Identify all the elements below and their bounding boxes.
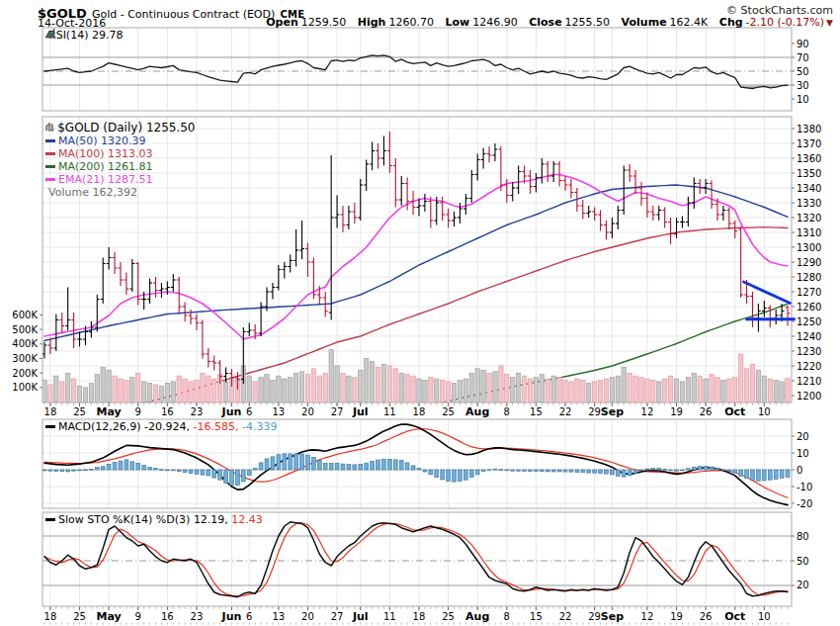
svg-text:27: 27 — [331, 611, 344, 622]
price-legend-overlay-ma50: MA(50) 1320.39 — [45, 134, 196, 147]
svg-text:1340: 1340 — [797, 183, 821, 194]
open-value: 1259.50 — [301, 16, 347, 29]
svg-text:19: 19 — [670, 406, 683, 417]
svg-text:9: 9 — [135, 611, 141, 622]
open-label: Open — [266, 16, 298, 29]
svg-text:500K: 500K — [12, 324, 38, 335]
svg-text:22: 22 — [559, 406, 572, 417]
svg-text:Aug: Aug — [465, 610, 489, 623]
svg-text:12: 12 — [641, 611, 654, 622]
svg-text:18: 18 — [413, 406, 426, 417]
svg-text:50: 50 — [797, 556, 809, 567]
svg-text:50: 50 — [797, 66, 809, 77]
svg-text:1220: 1220 — [797, 361, 821, 372]
price-legend-title-row: ⇅$GOLD (Daily) 1255.50 — [45, 122, 196, 134]
svg-text:May: May — [97, 405, 122, 418]
svg-text:1280: 1280 — [797, 272, 821, 283]
svg-text:1350: 1350 — [797, 168, 821, 179]
svg-text:1310: 1310 — [797, 227, 821, 238]
price-legend-overlay-ma200: MA(200) 1261.81 — [45, 160, 196, 173]
volume-axis-labels: 600K500K400K300K200K100K — [12, 310, 42, 393]
svg-text:20: 20 — [301, 406, 314, 417]
chg-label: Chg — [719, 16, 743, 29]
svg-text:1260: 1260 — [797, 302, 821, 313]
svg-text:6: 6 — [246, 406, 252, 417]
svg-text:9: 9 — [135, 406, 141, 417]
svg-text:Jun: Jun — [221, 610, 242, 623]
svg-text:6: 6 — [246, 611, 252, 622]
svg-text:1370: 1370 — [797, 138, 821, 149]
svg-text:20: 20 — [797, 580, 809, 590]
sto-legend-name: Slow STO %K(14) %D(3) — [58, 513, 190, 526]
svg-text:26: 26 — [700, 406, 713, 417]
svg-text:25: 25 — [73, 406, 86, 417]
sto-line-swatch-icon — [45, 518, 55, 521]
macd-signal-value: -16.585, — [190, 420, 238, 433]
svg-text:20: 20 — [301, 611, 314, 622]
svg-text:1210: 1210 — [797, 376, 821, 387]
svg-text:25: 25 — [73, 611, 86, 622]
svg-text:-10: -10 — [797, 482, 812, 492]
volume-legend-row: Volume 162,392 — [45, 186, 196, 199]
price-legend-overlay-ma100: MA(100) 1313.03 — [45, 147, 196, 160]
svg-text:80: 80 — [797, 531, 809, 542]
svg-text:May: May — [97, 610, 122, 623]
svg-text:1250: 1250 — [797, 316, 821, 327]
macd-legend: MACD(12,26,9) -20.924, -16.585, -4.339 — [45, 420, 277, 433]
svg-text:1360: 1360 — [797, 153, 821, 164]
svg-text:0: 0 — [797, 465, 802, 476]
svg-text:18: 18 — [44, 406, 57, 417]
rsi-legend: RSI(14) 29.78 — [45, 29, 123, 42]
svg-text:400K: 400K — [12, 338, 38, 349]
svg-text:Sep: Sep — [601, 610, 624, 623]
ma200-line-swatch-icon — [45, 165, 55, 168]
svg-text:27: 27 — [331, 406, 344, 417]
macd-value: -20.924, — [144, 420, 190, 433]
chg-value: -2.10 (-0.17%) — [746, 16, 824, 29]
svg-text:10: 10 — [758, 406, 771, 417]
svg-text:Jul: Jul — [352, 610, 369, 623]
svg-text:29: 29 — [588, 611, 601, 622]
rsi-legend-label: RSI(14) 29.78 — [48, 29, 123, 42]
svg-text:13: 13 — [272, 406, 285, 417]
svg-text:11: 11 — [383, 406, 396, 417]
price-legend-title: $GOLD (Daily) 1255.50 — [57, 121, 195, 134]
svg-text:Jun: Jun — [221, 405, 242, 418]
low-label: Low — [445, 16, 469, 29]
price-legend-overlay-ema21: EMA(21) 1287.51 — [45, 173, 196, 186]
sto-legend: Slow STO %K(14) %D(3) 12.19, 12.43 — [45, 513, 263, 526]
volume-label: Volume — [622, 16, 667, 29]
svg-text:16: 16 — [161, 611, 174, 622]
close-value: 1255.50 — [565, 16, 611, 29]
quote-bar: Open1259.50 High1260.70 Low1246.90 Close… — [258, 16, 833, 29]
svg-text:22: 22 — [559, 611, 572, 622]
ema21-line-swatch-icon — [45, 178, 55, 181]
svg-text:Sep: Sep — [601, 405, 624, 418]
svg-text:90: 90 — [797, 39, 809, 49]
svg-text:1270: 1270 — [797, 287, 821, 298]
svg-text:300K: 300K — [12, 353, 38, 364]
svg-text:1320: 1320 — [797, 213, 821, 224]
svg-text:1240: 1240 — [797, 331, 821, 342]
high-value: 1260.70 — [388, 16, 434, 29]
symbol-description: Gold - Continuous Contract (EOD) — [92, 8, 275, 21]
svg-text:Oct: Oct — [724, 405, 745, 418]
svg-text:19: 19 — [670, 611, 683, 622]
ma100-line-swatch-icon — [45, 152, 55, 155]
chart-canvas: 9070503010138013701360135013401330132013… — [0, 0, 840, 626]
svg-text:30: 30 — [797, 80, 809, 91]
svg-text:200K: 200K — [12, 368, 38, 379]
low-value: 1246.90 — [472, 16, 518, 29]
rsi-panel: 9070503010 — [42, 28, 809, 111]
svg-text:1200: 1200 — [797, 391, 821, 402]
svg-text:16: 16 — [161, 406, 174, 417]
svg-text:Jul: Jul — [352, 405, 369, 418]
ma50-line-swatch-icon — [45, 139, 55, 142]
svg-text:10: 10 — [758, 611, 771, 622]
svg-text:23: 23 — [191, 611, 204, 622]
svg-text:15: 15 — [530, 611, 543, 622]
svg-text:1330: 1330 — [797, 198, 821, 209]
svg-text:-20: -20 — [797, 498, 812, 509]
svg-text:15: 15 — [530, 406, 543, 417]
svg-text:100K: 100K — [12, 382, 38, 393]
